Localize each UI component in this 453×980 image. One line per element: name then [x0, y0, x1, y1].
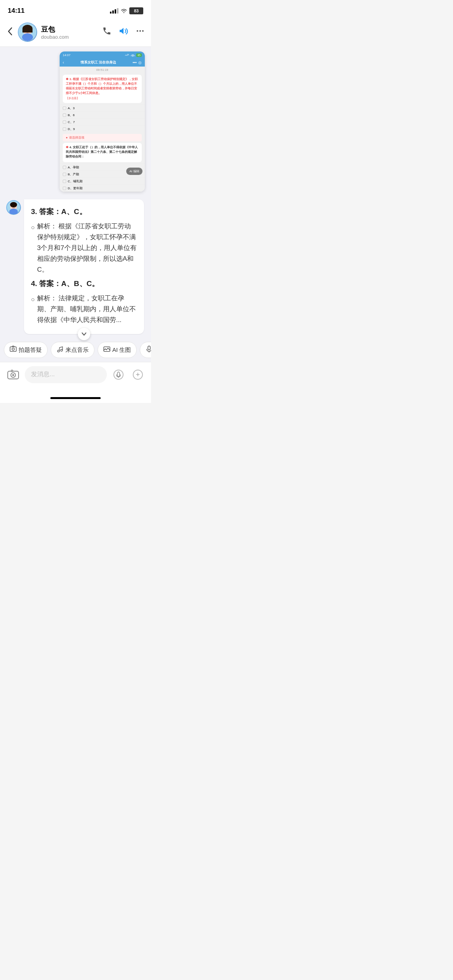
inner-nav: ‹ 情系女职工 法在你身边 ••• ◎: [60, 58, 145, 67]
inner-option-d4: D、更年期: [60, 185, 145, 192]
function-buttons: 拍题答疑 来点音乐 AI 生图 录音: [0, 337, 151, 360]
ai-avatar: [6, 200, 21, 215]
contact-domain: doubao.com: [41, 34, 98, 40]
battery-icon: 83: [129, 7, 143, 14]
music-icon: [57, 346, 63, 354]
svg-point-15: [14, 206, 15, 207]
plus-button[interactable]: +: [130, 367, 146, 382]
answer4-text: 解析： 法律规定，女职工在孕期、产期、哺乳期内，用人单位不得依据《中华人民共和国…: [37, 293, 137, 326]
voice-icon: [113, 370, 124, 380]
status-icons: 83: [110, 7, 143, 14]
music-button[interactable]: 来点音乐: [51, 342, 94, 358]
inner-ai-edit-btn[interactable]: AI 编辑: [126, 168, 142, 175]
nav-bar: 豆包 doubao.com: [0, 19, 151, 47]
nav-info: 豆包 doubao.com: [41, 25, 98, 40]
screenshot-image: 14:07 85 ‹ 情系女职工 法在你身边 ••• ◎ 09:51:19: [60, 51, 145, 192]
inner-question4: ✽ 4. 女职工处于（）的，用人单位不得依据《中华人民共和国劳动法》第二十六条、…: [63, 143, 142, 162]
inner-status-bar: 14:07 85: [60, 51, 145, 58]
plus-icon: +: [133, 370, 143, 380]
inner-option-c3: C、7: [60, 118, 145, 125]
ai-image-label: AI 生图: [112, 346, 131, 354]
scroll-down-button[interactable]: [78, 328, 90, 340]
svg-point-2: [23, 25, 32, 32]
svg-rect-22: [148, 346, 150, 350]
input-placeholder: 发消息...: [31, 371, 55, 377]
signal-icon: [110, 8, 118, 14]
answer4-title: 4. 答案：A、B、C。: [31, 278, 137, 290]
nav-actions: [102, 26, 145, 38]
more-button[interactable]: [136, 26, 145, 38]
svg-point-18: [12, 348, 14, 350]
answer3-text: 解析： 根据《江苏省女职工劳动保护特别规定》，女职工怀孕不满3个月和7个月以上的…: [37, 221, 137, 275]
input-bar: 发消息... +: [0, 362, 151, 394]
svg-point-10: [132, 56, 133, 57]
record-button[interactable]: 录音: [140, 342, 151, 358]
svg-point-13: [10, 202, 17, 207]
camera-button[interactable]: [5, 367, 21, 382]
ai-image-icon: [103, 346, 110, 354]
chat-area: 14:07 85 ‹ 情系女职工 法在你身边 ••• ◎ 09:51:19: [0, 47, 151, 394]
ai-bubble: 3. 答案：A、C。 ○ 解析： 根据《江苏省女职工劳动保护特别规定》，女职工怀…: [24, 199, 144, 334]
svg-point-8: [139, 30, 141, 32]
inner-question3: ✽ 3. 根据《江苏省女职工劳动保护特别规定》，女职工怀孕不满（）个月和（）个月…: [63, 75, 142, 103]
contact-name: 豆包: [41, 25, 98, 34]
svg-point-26: [12, 374, 14, 376]
record-icon: [146, 346, 151, 354]
inner-options-q4: A、孕期 B、产期 C、哺乳期 D、更年期 AI 编辑: [60, 164, 145, 192]
inner-option-d3: D、9: [60, 125, 145, 132]
wifi-icon: [120, 8, 127, 14]
svg-point-5: [29, 30, 30, 31]
photo-qa-icon: [10, 346, 17, 354]
ai-image-button[interactable]: AI 生图: [98, 342, 137, 358]
ai-response: 3. 答案：A、C。 ○ 解析： 根据《江苏省女职工劳动保护特别规定》，女职工怀…: [0, 196, 151, 338]
inner-chat-time: 09:51:19: [60, 67, 145, 73]
svg-point-14: [12, 206, 13, 207]
photo-qa-label: 拍题答疑: [19, 346, 42, 354]
home-bar: [50, 397, 101, 399]
status-time: 14:11: [8, 7, 24, 15]
svg-rect-17: [10, 347, 16, 351]
svg-point-20: [61, 350, 63, 351]
svg-point-9: [142, 30, 144, 32]
svg-point-7: [137, 30, 138, 32]
photo-qa-button[interactable]: 拍题答疑: [4, 342, 48, 358]
speaker-button[interactable]: [118, 26, 129, 38]
avatar: [18, 22, 37, 42]
inner-option-c4: C、哺乳期: [60, 178, 145, 185]
inner-error-msg: ● 请选择选项: [63, 134, 142, 141]
back-button[interactable]: [6, 26, 14, 39]
screenshot-message: 14:07 85 ‹ 情系女职工 法在你身边 ••• ◎ 09:51:19: [0, 47, 151, 196]
message-input[interactable]: 发消息...: [25, 366, 107, 383]
svg-point-6: [22, 33, 33, 41]
answer3-title: 3. 答案：A、C。: [31, 206, 137, 218]
home-indicator: [0, 394, 151, 403]
inner-option-a3: A、3: [60, 105, 145, 111]
voice-button[interactable]: [111, 367, 126, 382]
phone-button[interactable]: [102, 26, 112, 38]
svg-point-19: [58, 350, 60, 352]
music-label: 来点音乐: [65, 346, 89, 354]
svg-point-4: [26, 30, 27, 31]
answer4-analysis: ○ 解析： 法律规定，女职工在孕期、产期、哺乳期内，用人单位不得依据《中华人民共…: [31, 293, 137, 326]
inner-options-q3: A、3 B、6 C、7 D、9: [60, 105, 145, 132]
status-bar: 14:11 83: [0, 0, 151, 19]
answer3-analysis: ○ 解析： 根据《江苏省女职工劳动保护特别规定》，女职工怀孕不满3个月和7个月以…: [31, 221, 137, 275]
inner-option-b3: B、6: [60, 111, 145, 118]
